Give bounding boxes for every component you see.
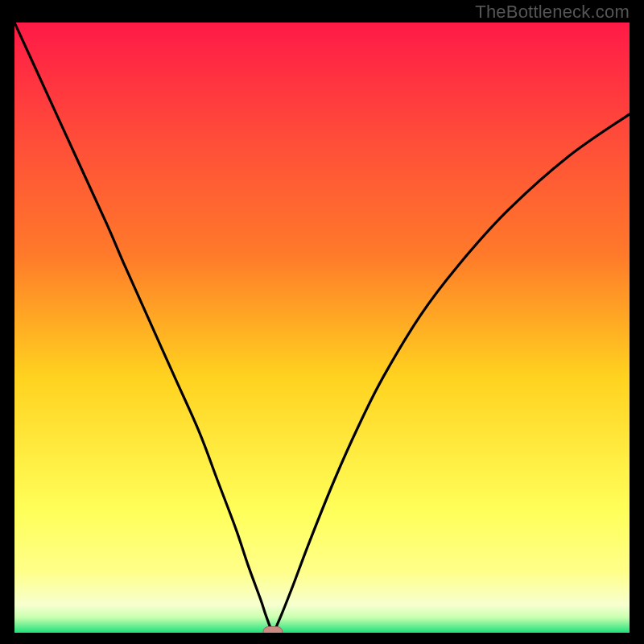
chart-container: TheBottleneck.com [0, 0, 644, 644]
svg-rect-1 [263, 626, 283, 633]
svg-rect-0 [14, 23, 630, 633]
bottleneck-plot [14, 23, 630, 633]
watermark-label: TheBottleneck.com [475, 2, 630, 23]
chart-svg [14, 23, 630, 633]
